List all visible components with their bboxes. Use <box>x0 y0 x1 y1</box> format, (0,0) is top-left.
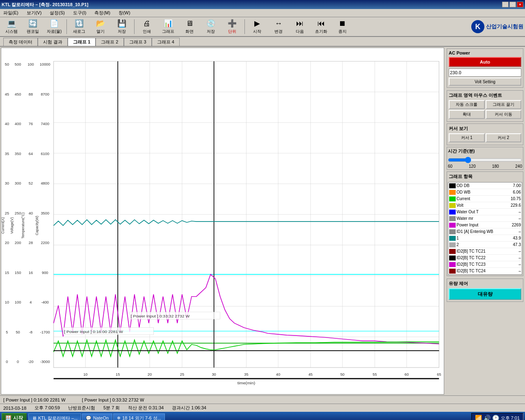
tab-measure-data[interactable]: 측정 데이터 <box>3 38 38 46</box>
svg-text:28: 28 <box>29 241 33 245</box>
graph-item-name: OD WB <box>457 190 507 194</box>
graph-item-value: 6.06 <box>507 190 522 194</box>
svg-text:200: 200 <box>15 241 21 245</box>
chart-area[interactable]: 50 45 40 35 30 25 20 15 10 5 0 500 450 4… <box>1 48 444 395</box>
auto-button[interactable]: Auto <box>449 57 521 67</box>
date-display: 2013-03-18 <box>3 406 26 411</box>
svg-text:150: 150 <box>15 271 21 275</box>
tab-test-result[interactable]: 시험 결과 <box>38 38 68 46</box>
tab-graph3[interactable]: 그래프 3 <box>124 38 152 46</box>
cursor1-button[interactable]: 커서 1 <box>449 133 485 142</box>
svg-text:350: 350 <box>15 152 21 156</box>
start-button[interactable]: ▶ 시작 <box>247 18 267 35</box>
cursor-btn-row: 커서 1 커서 2 <box>449 133 521 142</box>
svg-text:-3000: -3000 <box>40 360 50 364</box>
graph-item-row: Current10.75 <box>448 196 522 202</box>
graph-item-value: 2269 <box>507 223 522 227</box>
taskbar-item-outdoor[interactable]: ❄ 18 14 외기 7-6 성... <box>113 413 165 420</box>
taskbar: 🪟 시작 🖥 KTL 칼로리메타 –... 💬 NateOn ❄ 18 14 외… <box>0 412 525 420</box>
tab-bar: 측정 데이터 시험 결과 그래프 1 그래프 2 그래프 3 그래프 4 <box>0 37 525 47</box>
graph-item-value: 43.9 <box>507 236 522 240</box>
taskbar-item-nateon[interactable]: 💬 NateOn <box>82 413 112 420</box>
next-button[interactable]: ⏭ 다음 <box>290 18 310 35</box>
menu-tools[interactable]: 도구(I) <box>71 9 88 17</box>
chart-svg: 50 45 40 35 30 25 20 15 10 5 0 500 450 4… <box>1 48 444 394</box>
taskbar-item-ktl[interactable]: 🖥 KTL 칼로리메타 –... <box>28 413 81 420</box>
tab-graph1[interactable]: 그래프 1 <box>68 38 96 46</box>
cursor2-button[interactable]: 커서 2 <box>486 133 522 142</box>
system-button[interactable]: 💻 시스템 <box>2 18 21 35</box>
print-button[interactable]: 🖨 인쇄 <box>137 18 157 35</box>
graph-item-value: – <box>507 210 522 214</box>
tab-graph4[interactable]: 그래프 4 <box>152 38 180 46</box>
graph-item-name: ID2[B] TC TC21 <box>457 249 507 253</box>
graph-item-color <box>449 223 456 228</box>
tray-sound-icon[interactable]: 🔊 <box>484 415 491 420</box>
graph-item-row: OD WB6.06 <box>448 189 522 196</box>
btn-row-2: 확대 커서 이동 <box>449 110 521 119</box>
tab-graph2[interactable]: 그래프 2 <box>96 38 123 46</box>
save-icon: 💾 <box>117 19 126 28</box>
print-icon: 🖨 <box>143 19 151 28</box>
svg-text:500: 500 <box>15 63 21 67</box>
svg-text:40: 40 <box>5 122 9 126</box>
graph-items-section: 그래프 항목 OD DB7.00OD WB6.06Current10.75Vol… <box>447 171 523 276</box>
store-button[interactable]: 💿 저장 <box>201 18 221 35</box>
graph-item-color <box>449 196 456 201</box>
graph-close-button[interactable]: 그래프 끌기 <box>486 100 522 109</box>
init-button[interactable]: ⏮ 초기화 <box>311 18 331 35</box>
graph-item-color <box>449 236 456 241</box>
open-button[interactable]: 📂 열기 <box>91 18 110 35</box>
svg-text:100: 100 <box>15 301 21 305</box>
refresh-button[interactable]: 🔃 새로그 <box>69 18 89 35</box>
menu-file[interactable]: 파일(E) <box>2 9 20 17</box>
menu-window[interactable]: 창(W) <box>117 9 132 17</box>
logo-text: 산업기술시험원 <box>486 23 523 30</box>
start-icon: ▶ <box>254 19 260 28</box>
auto-scroll-button[interactable]: 자동 스크롤 <box>449 100 485 109</box>
volt-input[interactable] <box>449 68 521 77</box>
graph-item-row: Power Input2269 <box>448 222 522 228</box>
menu-settings[interactable]: 설정(S) <box>48 9 66 17</box>
unit-button[interactable]: ➕ 단위 <box>222 18 242 35</box>
time-slider[interactable] <box>448 157 522 163</box>
svg-text:Current(A): Current(A) <box>1 217 5 234</box>
zoom-button[interactable]: 확대 <box>449 110 485 119</box>
tray-network-icon[interactable]: 📶 <box>475 415 482 420</box>
svg-text:52: 52 <box>29 182 33 186</box>
fancoil-button[interactable]: 🔄 팬코일 <box>23 18 43 35</box>
init-icon: ⏮ <box>317 19 325 28</box>
graph-item-color <box>449 229 456 234</box>
graph-item-color <box>449 190 456 195</box>
separator-2 <box>134 19 135 34</box>
material-icon: 📄 <box>50 19 59 28</box>
svg-text:55: 55 <box>373 372 377 377</box>
cursor-move-button[interactable]: 커서 이동 <box>486 110 522 119</box>
elapsed-time: 경과시간 1:06:34 <box>172 405 206 411</box>
menu-view[interactable]: 보기(V) <box>25 9 43 17</box>
btn-row-1: 자동 스크롤 그래프 끌기 <box>449 100 521 109</box>
screen-button[interactable]: 🖥 화면 <box>180 18 199 35</box>
maximize-button[interactable]: □ <box>509 2 516 7</box>
start-button[interactable]: 🪟 시작 <box>2 413 27 420</box>
count-display: 5분 7 회 <box>103 405 120 411</box>
graph-item-row: 143.9 <box>448 235 522 242</box>
volt-setting-button[interactable]: Volt Setting <box>449 78 521 86</box>
material-button[interactable]: 📄 자료(물) <box>44 18 64 35</box>
svg-text:60: 60 <box>404 372 409 377</box>
graph-item-value: – <box>507 262 522 267</box>
stop-button[interactable]: ⏹ 종지 <box>333 18 352 35</box>
minimize-button[interactable]: _ <box>502 2 509 7</box>
menu-measure[interactable]: 측정(M) <box>93 9 112 17</box>
close-button[interactable]: × <box>517 2 523 7</box>
graph-item-color <box>449 216 456 221</box>
outdoor-icon: ❄ <box>117 415 121 420</box>
graph-button[interactable]: 📊 그래프 <box>158 18 178 35</box>
graph-item-color <box>449 242 456 247</box>
graph-item-color <box>449 183 456 188</box>
svg-text:450: 450 <box>15 92 21 96</box>
change-button[interactable]: ↔ 변경 <box>269 18 288 35</box>
save-button[interactable]: 💾 저장 <box>112 18 132 35</box>
flow-button[interactable]: 대유량 <box>449 288 521 300</box>
svg-text:-8: -8 <box>29 330 32 334</box>
